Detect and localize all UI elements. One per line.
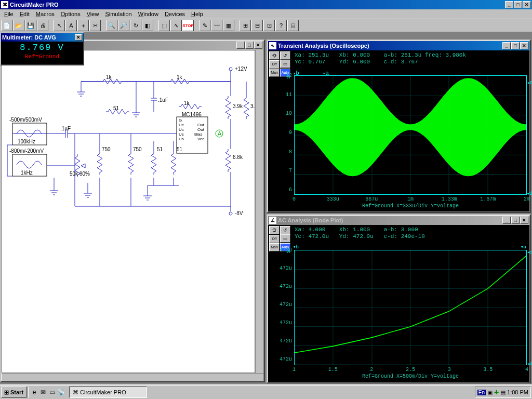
bode-title: AC Analysis (Bode Plot) <box>278 217 343 223</box>
bd-marker-d[interactable]: ◂d <box>527 361 532 367</box>
tool-d-button[interactable]: ? <box>275 20 287 31</box>
label-src1a: -500m/500mV <box>9 117 42 123</box>
minimize-button[interactable]: _ <box>505 1 513 8</box>
lang-indicator[interactable]: En <box>477 390 486 395</box>
tr-max-button[interactable]: □ <box>511 42 520 49</box>
save-button[interactable]: 💾 <box>25 20 36 31</box>
menu-window[interactable]: Window <box>135 10 162 18</box>
tr-off-button[interactable]: Off <box>269 60 280 69</box>
digital-button[interactable]: ⬚ <box>158 20 170 31</box>
ql-channels-icon[interactable]: 📡 <box>57 388 65 396</box>
sch-min-button[interactable]: _ <box>236 42 245 49</box>
tr-cursor-button[interactable]: ⯐ <box>269 51 280 60</box>
menu-view[interactable]: View <box>84 10 102 18</box>
menu-edit[interactable]: Edit <box>17 10 33 18</box>
mirror-button[interactable]: ◧ <box>142 20 153 31</box>
menu-help[interactable]: Help <box>188 10 206 18</box>
multimeter-window[interactable]: Multimeter: DC AVG ✕ 8.769 V Ref=Ground <box>0 32 84 65</box>
start-button[interactable]: ⊞ Start <box>1 387 26 398</box>
pin-g: G <box>179 118 182 123</box>
bd-off-button[interactable]: Off <box>269 235 280 243</box>
tool-c-button[interactable]: ⊡ <box>263 20 275 31</box>
schematic-canvas[interactable]: A +12V -8V -500m/500mV 100kHz -800m/-200… <box>2 50 255 373</box>
schematic-window[interactable]: ▣ mod.ckt* 100%(1) _ □ ✕ <box>0 39 265 382</box>
tr-reset-button[interactable]: ↺ <box>280 51 290 60</box>
close-button[interactable]: ✕ <box>523 1 531 8</box>
task-app-button[interactable]: ⌘ CircuitMaker PRO <box>69 387 147 398</box>
tr-close-button[interactable]: ✕ <box>520 42 528 49</box>
menu-macros[interactable]: Macros <box>33 10 58 18</box>
analog-button[interactable]: ∿ <box>170 20 182 31</box>
tr-marker-b[interactable]: ▾b <box>293 70 299 76</box>
stop-button[interactable]: STOP <box>182 20 194 31</box>
bd-reset-button[interactable]: ↺ <box>280 226 290 234</box>
mm-close-button[interactable]: ✕ <box>75 34 82 41</box>
bd-min-button[interactable]: _ <box>502 217 511 224</box>
windows-icon: ⊞ <box>4 389 9 396</box>
menu-devices[interactable]: Devices <box>162 10 188 18</box>
transient-window[interactable]: ∿ Transient Analysis (Oscilloscope) _ □ … <box>267 39 531 213</box>
bd-man-button[interactable]: Man <box>269 243 280 251</box>
scope-icon: ∿ <box>269 42 276 49</box>
bd-cursor-button[interactable]: ⯐ <box>269 226 280 234</box>
bd-marker-c[interactable]: ◂c <box>527 249 532 255</box>
rotate-button[interactable]: ↻ <box>130 20 141 31</box>
tool-e-button[interactable]: ⌸ <box>287 20 299 31</box>
sch-hscroll[interactable] <box>2 373 263 381</box>
zoomout-button[interactable]: 🔎 <box>118 20 129 31</box>
label-pot: 50k 80% <box>70 171 90 177</box>
maximize-button[interactable]: □ <box>514 1 522 8</box>
bode-plot[interactable]: A ▾a ▾b ◂c ◂d 472u472u472u472u472u472u47… <box>294 250 527 365</box>
probe-button[interactable]: ✎ <box>199 20 210 31</box>
sch-max-button[interactable]: □ <box>245 42 254 49</box>
task-app-icon: ⌘ <box>73 389 78 396</box>
zoomin-button[interactable]: 🔍 <box>106 20 117 31</box>
tr-cfg-button[interactable]: ▭ <box>280 60 290 68</box>
sch-vscroll[interactable] <box>255 50 263 373</box>
clock[interactable]: 1:08 PM <box>507 389 528 395</box>
menu-simulation[interactable]: Simulation <box>102 10 135 18</box>
bode-window[interactable]: ∠ AC Analysis (Bode Plot) _ □ ✕ ⯐↺ Off▭ … <box>267 214 531 383</box>
label-src1b: 100kHz <box>18 139 35 144</box>
tool-b-button[interactable]: ⊟ <box>251 20 263 31</box>
trace-button[interactable]: 〰 <box>211 20 222 31</box>
menu-file[interactable]: File <box>1 10 17 18</box>
tool-a-button[interactable]: ⊞ <box>240 20 251 31</box>
bd-marker-b[interactable]: ▾b <box>293 244 299 250</box>
cursor-button[interactable]: ↖ <box>54 20 65 31</box>
bode-titlebar[interactable]: ∠ AC Analysis (Bode Plot) _ □ ✕ <box>268 216 529 225</box>
ql-ie-icon[interactable]: e <box>30 388 38 396</box>
print-button[interactable]: 🖨 <box>37 20 48 31</box>
transient-titlebar[interactable]: ∿ Transient Analysis (Oscilloscope) _ □ … <box>268 41 529 50</box>
open-button[interactable]: 📂 <box>13 20 24 31</box>
tray-icon-c[interactable]: ▤ <box>500 389 506 396</box>
tray-icon-b[interactable]: ✚ <box>494 389 499 396</box>
tr-marker-a[interactable]: ▾a <box>323 70 329 76</box>
new-button[interactable]: 📄 <box>1 20 12 31</box>
tr-marker-d[interactable]: ◂d <box>526 190 532 196</box>
transient-cursor-info: Xa: 251.3u Xb: 0.000 a-b: 251.3u freq: 3… <box>292 50 529 67</box>
label-r39k: 3.9k <box>233 103 243 109</box>
bode-scope[interactable]: ⯐↺ Off▭ ManAuto Xa: 4.000 Xb: 1.000 a-b:… <box>268 225 529 382</box>
transient-plot[interactable]: A ▾a ▾b ◂c ◂d 12111098760333u667u1m1.33m… <box>294 75 527 195</box>
wire-button[interactable]: ＋ <box>77 20 89 31</box>
delete-button[interactable]: ✂ <box>89 20 101 31</box>
tr-marker-c[interactable]: ◂c <box>527 79 532 86</box>
bd-close-button[interactable]: ✕ <box>520 217 528 224</box>
transient-scope[interactable]: ⯐↺ Off▭ ManAuto Xa: 251.3u Xb: 0.000 a-b… <box>268 50 529 211</box>
bd-max-button[interactable]: □ <box>511 217 520 224</box>
scope-button[interactable]: ▦ <box>223 20 234 31</box>
multimeter-titlebar[interactable]: Multimeter: DC AVG ✕ <box>1 33 83 42</box>
bd-marker-a[interactable]: ▾a <box>521 244 526 250</box>
ql-mail-icon[interactable]: ✉ <box>39 388 47 396</box>
tr-man-button[interactable]: Man <box>269 69 280 77</box>
sch-close-button[interactable]: ✕ <box>254 42 262 49</box>
task-app-label: CircuitMaker PRO <box>80 389 126 395</box>
tray-icon-a[interactable]: ▣ <box>487 389 493 396</box>
ql-desktop-icon[interactable]: ▭ <box>48 388 56 396</box>
text-button[interactable]: A <box>65 20 77 31</box>
menu-options[interactable]: Options <box>58 10 84 18</box>
start-label: Start <box>10 389 23 395</box>
bd-cfg-button[interactable]: ▭ <box>280 234 290 243</box>
tr-min-button[interactable]: _ <box>502 42 511 49</box>
